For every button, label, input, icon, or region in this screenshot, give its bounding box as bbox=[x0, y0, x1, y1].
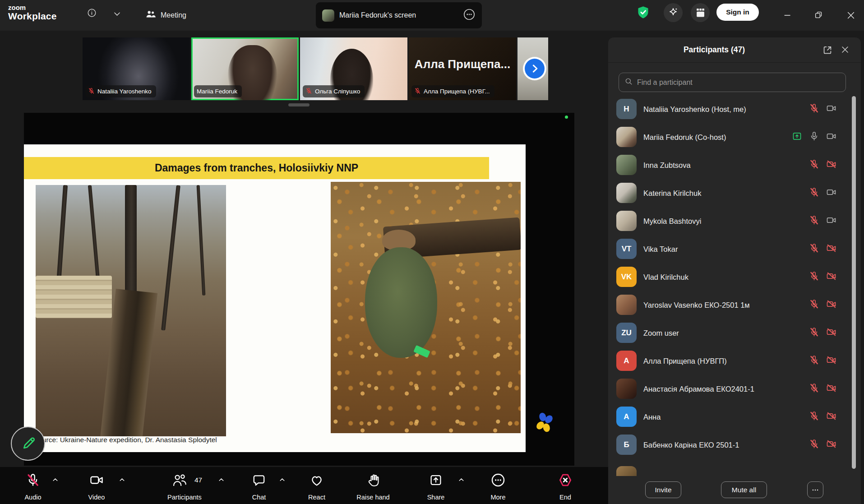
toolbar-share-button[interactable]: Share bbox=[402, 467, 470, 504]
thumbnail-name-label: Mariia Fedoruk bbox=[194, 85, 242, 97]
participant-name: Nataliia Yaroshenko (Host, me) bbox=[643, 105, 746, 114]
participant-row[interactable]: VTVika Tokar bbox=[608, 235, 849, 263]
shared-screen-tab-label: Mariia Fedoruk's screen bbox=[339, 11, 458, 19]
camera-on-icon bbox=[826, 131, 836, 143]
thumbnail-name: Mariia Fedoruk bbox=[197, 88, 237, 95]
participant-status-icons bbox=[809, 159, 836, 171]
participant-row[interactable]: Mariia Fedoruk (Co-host) bbox=[608, 123, 849, 151]
participant-name: Yaroslav Vasenko ЕКО-2501 1м bbox=[643, 301, 750, 310]
apps-icon[interactable] bbox=[691, 3, 710, 22]
camera-off-icon bbox=[826, 243, 836, 255]
toolbar-audio-button[interactable]: Audio bbox=[0, 467, 67, 504]
participant-row[interactable]: ZUZoom user bbox=[608, 319, 849, 347]
video-thumbnail[interactable]: Ольга Сліпушко bbox=[300, 37, 407, 100]
chevron-up-icon[interactable] bbox=[51, 476, 59, 486]
chevron-up-icon[interactable] bbox=[217, 476, 225, 486]
participant-row[interactable]: Yaroslav Vasenko ЕКО-2501 1м bbox=[608, 291, 849, 319]
participant-row[interactable]: AАлла Прищепа (НУВГП) bbox=[608, 347, 849, 375]
participant-row[interactable]: Анастасія Абрамова ЕКО2401-1 bbox=[608, 375, 849, 403]
participant-row[interactable]: HNataliia Yaroshenko (Host, me) bbox=[608, 95, 849, 123]
participant-row[interactable]: AАнна bbox=[608, 403, 849, 431]
camera-on-icon bbox=[826, 215, 836, 227]
avatar bbox=[616, 466, 637, 476]
chevron-right-icon bbox=[525, 59, 545, 79]
mic-muted-icon bbox=[414, 88, 421, 96]
avatar: ZU bbox=[616, 323, 637, 343]
mic-muted-icon bbox=[809, 159, 819, 171]
avatar bbox=[616, 379, 637, 399]
participant-search[interactable] bbox=[619, 73, 846, 92]
invite-button[interactable]: Invite bbox=[645, 481, 681, 498]
chevron-up-icon[interactable] bbox=[118, 476, 126, 486]
participant-status-icons bbox=[809, 299, 836, 311]
ai-sparkle-icon[interactable] bbox=[664, 3, 683, 22]
participant-status-icons bbox=[809, 355, 836, 367]
mic-on-icon bbox=[809, 131, 819, 143]
participant-name: Vlad Kirilchuk bbox=[643, 273, 688, 282]
strip-drag-handle[interactable] bbox=[288, 103, 310, 106]
tab-options-ellipsis-icon[interactable] bbox=[463, 8, 476, 23]
camera-off-icon bbox=[826, 355, 836, 367]
thumbnail-name: Ольга Сліпушко bbox=[315, 88, 360, 95]
minimize-icon[interactable] bbox=[781, 8, 795, 23]
mic-muted-icon bbox=[809, 215, 819, 227]
participant-name: Бабенко Каріна ЕКО 2501-1 bbox=[643, 441, 739, 449]
toolbar-video-button[interactable]: Video bbox=[63, 467, 130, 504]
video-thumbnail[interactable]: Nataliia Yaroshenko bbox=[83, 37, 190, 100]
participant-row[interactable]: VKVlad Kirilchuk bbox=[608, 263, 849, 291]
chevron-down-icon[interactable] bbox=[113, 10, 121, 18]
camera-on-icon bbox=[826, 187, 836, 199]
search-input[interactable] bbox=[637, 79, 840, 87]
participant-row[interactable]: Mykola Bashtovyi bbox=[608, 207, 849, 235]
participants-list: HNataliia Yaroshenko (Host, me) Mariia F… bbox=[608, 95, 849, 476]
slide-title: Damages from tranches, Holosiivkiy NNP bbox=[155, 162, 358, 174]
annotate-pencil-button[interactable] bbox=[11, 426, 45, 461]
participants-header: Participants (47) bbox=[608, 37, 861, 63]
next-page-button[interactable] bbox=[523, 57, 546, 80]
mic-muted-icon bbox=[809, 187, 819, 199]
pop-out-icon[interactable] bbox=[822, 45, 833, 57]
zoom-workplace-window: zoom Workplace Meeting Mariia Fedoruk's … bbox=[0, 0, 864, 504]
people-icon bbox=[145, 9, 156, 22]
recording-indicator-dot bbox=[565, 116, 568, 119]
tab-meeting[interactable]: Meeting bbox=[145, 0, 186, 31]
toolbar-more-button[interactable]: More bbox=[464, 467, 532, 504]
more-icon bbox=[464, 471, 532, 489]
footer-ellipsis-icon[interactable] bbox=[807, 481, 823, 498]
close-panel-icon[interactable] bbox=[840, 45, 850, 56]
participants-title: Participants (47) bbox=[608, 45, 820, 55]
shared-screen-area: Damages from tranches, Holosiivkiy NNP S… bbox=[24, 113, 574, 466]
avatar: VT bbox=[616, 239, 637, 259]
camera-off-icon bbox=[826, 271, 836, 283]
toolbar-participants-button[interactable]: 47Participants bbox=[151, 467, 218, 504]
sign-in-button[interactable]: Sign in bbox=[716, 4, 759, 21]
thumbnail-name: Алла Прищепа (НУВГ... bbox=[424, 88, 490, 95]
slide-photo-researcher bbox=[331, 182, 521, 433]
security-shield-icon[interactable] bbox=[636, 5, 651, 20]
scrollbar-thumb[interactable] bbox=[852, 96, 856, 469]
tab-shared-screen[interactable]: Mariia Fedoruk's screen bbox=[316, 2, 482, 28]
participant-row[interactable] bbox=[608, 462, 849, 476]
mute-all-button[interactable]: Mute all bbox=[721, 481, 767, 498]
logo-line2: Workplace bbox=[8, 11, 57, 21]
participant-row[interactable]: Katerina Kirilchuk bbox=[608, 179, 849, 207]
participant-row[interactable]: Inna Zubtsova bbox=[608, 151, 849, 179]
restore-icon[interactable] bbox=[812, 8, 826, 23]
participant-status-icons bbox=[809, 327, 836, 339]
mic-muted-icon bbox=[305, 88, 312, 96]
participant-name: Mykola Bashtovyi bbox=[643, 217, 701, 226]
participant-status-icons bbox=[809, 383, 836, 395]
participant-name: Алла Прищепа (НУВГП) bbox=[643, 357, 727, 365]
toolbar-end-button[interactable]: End bbox=[531, 467, 599, 504]
logo-line1: zoom bbox=[8, 4, 57, 11]
info-icon[interactable] bbox=[87, 8, 97, 18]
participant-status-icons bbox=[809, 103, 836, 116]
video-thumbnail[interactable]: Алла Прищепа... Алла Прищепа (НУВГ... bbox=[409, 37, 516, 100]
mic-muted-icon bbox=[809, 271, 819, 283]
toolbar-raise-hand-button[interactable]: Raise hand bbox=[339, 467, 407, 504]
close-icon[interactable] bbox=[844, 8, 858, 23]
pencil-icon bbox=[19, 434, 37, 453]
thumbnail-name-label: Nataliia Yaroshenko bbox=[85, 85, 156, 97]
video-thumbnail[interactable]: Mariia Fedoruk bbox=[191, 37, 299, 100]
participant-row[interactable]: ББабенко Каріна ЕКО 2501-1 bbox=[608, 431, 849, 459]
